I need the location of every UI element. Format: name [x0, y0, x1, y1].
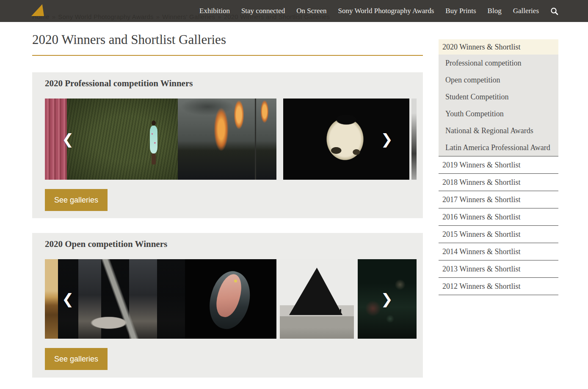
page: Home»Sony World Photography Awards»Winne…	[0, 0, 588, 389]
photo-prev-partial-desert[interactable]	[45, 259, 58, 339]
sidebar-item-2014[interactable]: 2014 Winners & Shortlist	[439, 243, 558, 260]
photo-fish-eye	[234, 279, 237, 282]
year-sidebar: 2020 Winners & Shortlist Professional co…	[439, 39, 558, 295]
sidebar-item-open-competition[interactable]: Open competition	[439, 71, 558, 88]
photo-fish-in-plastic[interactable]	[185, 259, 276, 339]
page-title: 2020 Winners and Shortlist Galleries	[32, 32, 423, 47]
photo-riot-police-arrest[interactable]	[58, 259, 185, 339]
sidebar-item-2018[interactable]: 2018 Winners & Shortlist	[439, 174, 558, 191]
sidebar-item-2013[interactable]: 2013 Winners & Shortlist	[439, 260, 558, 278]
main-nav: Exhibition Stay connected On Screen Sony…	[199, 0, 558, 22]
carousel-next-icon[interactable]: ❯	[381, 132, 393, 146]
nav-item-galleries[interactable]: Galleries	[513, 7, 539, 15]
sidebar-item-national-regional-awards[interactable]: National & Regional Awards	[439, 122, 558, 139]
photo-pyramid-shape	[289, 268, 342, 315]
wpo-logo[interactable]	[31, 4, 44, 16]
nav-item-on-screen[interactable]: On Screen	[296, 7, 326, 15]
photo-figure-head	[152, 121, 156, 126]
nav-item-buy-prints[interactable]: Buy Prints	[445, 7, 476, 15]
see-galleries-button-open[interactable]: See galleries	[45, 348, 108, 370]
photo-gas-flares[interactable]	[178, 99, 276, 180]
search-icon[interactable]	[550, 7, 558, 15]
sidebar-item-student-competition[interactable]: Student Competition	[439, 88, 558, 105]
see-galleries-button-professional[interactable]: See galleries	[45, 189, 108, 211]
sidebar-item-professional-competition[interactable]: Professional competition	[439, 55, 558, 71]
photo-next-partial[interactable]	[411, 99, 417, 180]
sidebar-item-2012[interactable]: 2012 Winners & Shortlist	[439, 278, 558, 295]
carousel-next-icon[interactable]: ❯	[381, 292, 393, 306]
sidebar-item-latin-america-professional-award[interactable]: Latin America Professional Award	[439, 139, 558, 156]
carousel-gap	[276, 99, 283, 180]
carousel-prev-icon[interactable]: ❮	[62, 132, 74, 146]
photo-figure-dress	[150, 126, 157, 153]
title-divider	[32, 55, 423, 56]
sidebar-item-2015[interactable]: 2015 Winners & Shortlist	[439, 226, 558, 243]
sidebar-item-2017[interactable]: 2017 Winners & Shortlist	[439, 191, 558, 208]
nav-item-blog[interactable]: Blog	[488, 7, 502, 15]
open-section-title: 2020 Open competition Winners	[45, 239, 167, 249]
photo-grass-field	[67, 99, 178, 180]
photo-tiny-person	[340, 309, 341, 312]
top-navbar: Exhibition Stay connected On Screen Sony…	[0, 0, 588, 22]
professional-carousel: ❮ ❯	[45, 99, 417, 180]
open-carousel: ❮ ❯	[45, 259, 417, 339]
sidebar-item-2016[interactable]: 2016 Winners & Shortlist	[439, 208, 558, 226]
nav-item-exhibition[interactable]: Exhibition	[199, 7, 230, 15]
carousel-prev-icon[interactable]: ❮	[62, 292, 74, 306]
photo-figure-legs	[152, 153, 156, 164]
sidebar-item-2020-active[interactable]: 2020 Winners & Shortlist	[439, 39, 558, 55]
professional-section-title: 2020 Professional competition Winners	[45, 78, 193, 89]
photo-black-pyramid[interactable]	[280, 259, 354, 339]
sidebar-item-youth-competition[interactable]: Youth Competition	[439, 105, 558, 122]
open-competition-card: 2020 Open competition Winners ❮ ❯ See ga…	[32, 233, 423, 378]
sidebar-item-2019[interactable]: 2019 Winners & Shortlist	[439, 156, 558, 174]
sidebar-2020-sublist: Professional competition Open competitio…	[439, 55, 558, 156]
nav-item-stay-connected[interactable]: Stay connected	[241, 7, 285, 15]
professional-competition-card: 2020 Professional competition Winners ❮ …	[32, 72, 423, 218]
nav-item-sony-world-photography-awards[interactable]: Sony World Photography Awards	[338, 7, 434, 15]
